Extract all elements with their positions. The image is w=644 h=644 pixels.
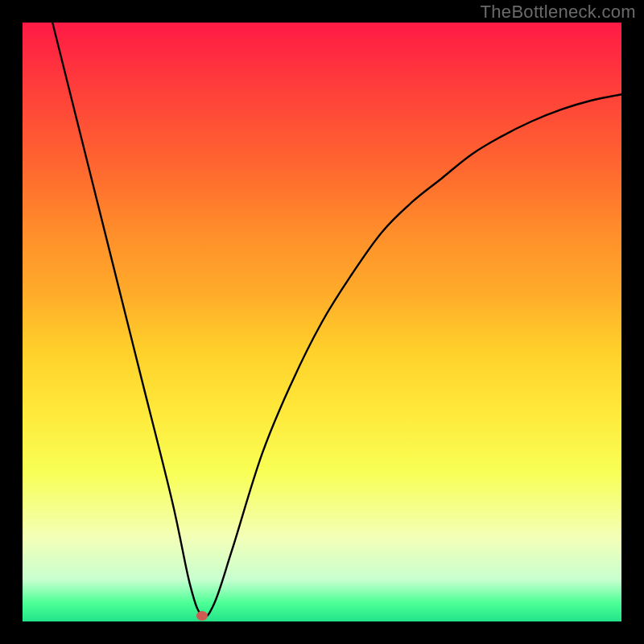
bottleneck-curve xyxy=(23,23,621,621)
minimum-marker-dot xyxy=(196,611,208,621)
watermark-text: TheBottleneck.com xyxy=(481,2,636,23)
plot-area xyxy=(23,23,621,621)
chart-frame: TheBottleneck.com xyxy=(0,0,644,644)
